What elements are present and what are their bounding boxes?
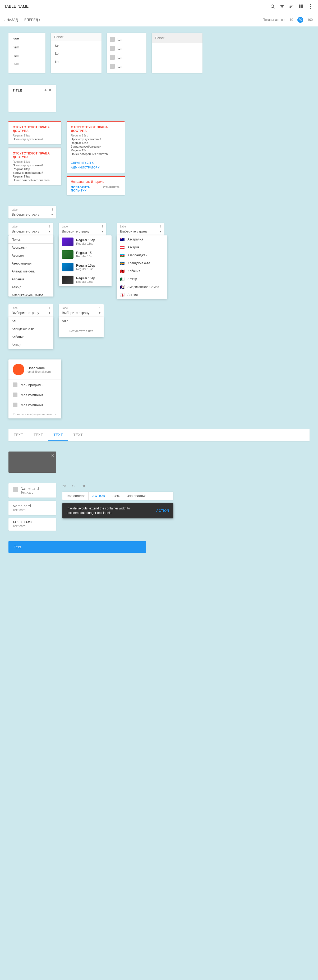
select-placeholder: Выберите страну bbox=[120, 229, 148, 233]
game-name: Regular 15sp bbox=[76, 264, 108, 267]
game-option[interactable]: Regular 15sp Regular 13sp bbox=[59, 261, 111, 274]
tab-2[interactable]: TEXT bbox=[48, 429, 68, 441]
flag-option[interactable]: 🇩🇿 Алжир bbox=[117, 275, 167, 283]
filtered-search-input[interactable] bbox=[12, 319, 50, 323]
more-icon[interactable] bbox=[307, 3, 314, 10]
retry-button[interactable]: ПОВТОРИТЬ ПОПЫТКУ bbox=[71, 186, 99, 192]
dropdown-option[interactable]: Азербайджан bbox=[8, 259, 53, 267]
list-item[interactable]: item bbox=[8, 51, 46, 59]
sort-icon[interactable] bbox=[288, 3, 295, 10]
cancel-button[interactable]: ОТМЕНИТЬ bbox=[103, 186, 121, 192]
dropdowns-row: Label ℹ Выберите страну ▾ Австралия Авст… bbox=[8, 223, 310, 299]
list-item[interactable]: item bbox=[8, 43, 46, 51]
basic-select-header[interactable]: Label ℹ Выберите страну ▾ bbox=[8, 223, 53, 235]
access-actions: ПОВТОРИТЬ ПОПЫТКУ ОТМЕНИТЬ bbox=[71, 186, 121, 192]
list-item[interactable]: item bbox=[107, 62, 146, 71]
expand-title: TITLE + ✕ bbox=[13, 88, 52, 93]
list-item[interactable]: item bbox=[51, 49, 102, 58]
close-icon[interactable]: ✕ bbox=[48, 88, 52, 93]
card-body: Name card Text card bbox=[21, 487, 38, 494]
select-value: Выберите страну ▾ bbox=[62, 311, 100, 315]
item-icon bbox=[110, 46, 115, 51]
dropdown-option[interactable]: Австралия bbox=[8, 243, 53, 251]
prev-button[interactable]: ‹ НАЗАД bbox=[4, 18, 18, 22]
list-item[interactable]: item bbox=[107, 44, 146, 53]
access-subtitle-2: Regular 13sp bbox=[13, 160, 57, 163]
user-email: email@email.com bbox=[27, 370, 51, 373]
list-item[interactable]: item bbox=[8, 35, 46, 43]
menu-item-label: Моя компания bbox=[21, 403, 44, 407]
list-item[interactable]: item bbox=[51, 41, 102, 49]
dropdown-option[interactable]: Аландские о-ва bbox=[8, 325, 53, 333]
flag-option[interactable]: 🇦🇹 Австрия bbox=[117, 243, 167, 251]
user-menu-item-company1[interactable]: Моя компания bbox=[8, 390, 61, 400]
list-item[interactable]: item bbox=[107, 53, 146, 62]
list-item[interactable]: item bbox=[107, 35, 146, 44]
profile-icon bbox=[13, 382, 17, 387]
list-search-input[interactable] bbox=[51, 33, 102, 41]
game-option[interactable]: Regular 15sp Regular 13sp bbox=[59, 235, 111, 248]
dropdown-option[interactable]: Американское Самоа bbox=[8, 291, 53, 296]
search-icon[interactable] bbox=[269, 3, 276, 10]
name-card-1: Name card Text card bbox=[8, 483, 56, 498]
card-body: Name card Text card bbox=[13, 504, 31, 512]
dropdown-option[interactable]: Албания bbox=[8, 333, 53, 341]
image-select-header[interactable]: Label ℹ Выберите страну ▾ bbox=[59, 223, 106, 235]
dropdown-option[interactable]: Алжир bbox=[8, 341, 53, 349]
info-icon: ℹ bbox=[49, 306, 50, 310]
filtered-select-header[interactable]: Label ℹ Выберите страну ▾ bbox=[8, 304, 53, 317]
game-name: Regular 15sp bbox=[76, 238, 108, 242]
card-icon bbox=[13, 487, 18, 492]
user-menu-item-company2[interactable]: Моя компания bbox=[8, 400, 61, 410]
dropdown-option[interactable]: Аландские о-ва bbox=[8, 267, 53, 275]
chip-action-button[interactable]: ACTION bbox=[89, 492, 109, 500]
list-item[interactable]: item bbox=[51, 58, 102, 66]
user-menu-item-profile[interactable]: Мой профиль bbox=[8, 380, 61, 390]
flag-option[interactable]: 🏴󠁧󠁢󠁥󠁮󠁧󠁿 Англия bbox=[117, 291, 167, 299]
svg-point-0 bbox=[271, 5, 274, 8]
game-option[interactable]: Regular 15sp Regular 13sp bbox=[59, 274, 111, 286]
filter-icon[interactable] bbox=[279, 3, 285, 10]
dropdown-option[interactable]: Австрия bbox=[8, 251, 53, 259]
list-item[interactable]: item bbox=[8, 59, 46, 68]
page-10[interactable]: 10 bbox=[289, 18, 294, 22]
expand-card: TITLE + ✕ bbox=[8, 84, 56, 112]
tab-1[interactable]: TEXT bbox=[28, 429, 48, 441]
flag-icon: 🇦🇿 bbox=[120, 253, 125, 257]
chip-num-1: 20 bbox=[62, 484, 65, 487]
page-100[interactable]: 100 bbox=[306, 18, 314, 22]
next-button[interactable]: ВПЕРЁД › bbox=[24, 18, 40, 22]
page-30[interactable]: 30 bbox=[297, 17, 303, 23]
admin-link[interactable]: ОБРАТИТЬСЯ К АДМИНИСТРАТОРУ bbox=[71, 161, 100, 169]
dropdown-search-input[interactable] bbox=[12, 238, 50, 242]
tabs-section: TEXT TEXT TEXT TEXT bbox=[0, 425, 318, 447]
game-sub: Regular 13sp bbox=[76, 242, 108, 245]
tabs-bar: TEXT TEXT TEXT TEXT bbox=[8, 429, 310, 441]
tab-3[interactable]: TEXT bbox=[68, 429, 88, 441]
flag-option[interactable]: 🇦🇿 Азербайджан bbox=[117, 251, 167, 259]
dropdown-option[interactable]: Алжир bbox=[8, 283, 53, 291]
select-value: Выберите страну ▾ bbox=[12, 212, 53, 216]
dropdown-option[interactable]: Албания bbox=[8, 275, 53, 283]
single-select[interactable]: Label ℹ Выберите страну ▾ bbox=[8, 206, 56, 218]
columns-icon[interactable] bbox=[298, 3, 304, 10]
add-icon[interactable]: + bbox=[45, 88, 47, 93]
tab-0[interactable]: TEXT bbox=[8, 429, 28, 441]
no-results-select-header[interactable]: Label ℹ Выберите страну ▾ bbox=[59, 304, 103, 317]
access-right-title: ОТСУТСТВУЮТ ПРАВА ДОСТУПА bbox=[71, 126, 121, 133]
flag-select-header[interactable]: Label ℹ Выберите страну ▾ bbox=[117, 223, 164, 235]
no-results-search-input[interactable] bbox=[62, 319, 100, 323]
game-option[interactable]: Regular 15p Regular 13sp bbox=[59, 248, 111, 261]
search-only-input[interactable] bbox=[152, 33, 202, 43]
flag-option[interactable]: 🇦🇺 Австралия bbox=[117, 235, 167, 243]
flag-option[interactable]: 🇦🇸 Американское Самоа bbox=[117, 283, 167, 291]
flag-option[interactable]: 🇦🇱 Албания bbox=[117, 267, 167, 275]
bottom-tab-button[interactable]: Text bbox=[8, 541, 146, 553]
modal-close-icon[interactable]: ✕ bbox=[51, 453, 54, 458]
snackbar-action-button[interactable]: ACTION bbox=[156, 509, 169, 512]
access-error-2: ОТСУТСТВУЮТ ПРАВА ДОСТУПА Regular 13sp П… bbox=[8, 148, 61, 185]
privacy-link[interactable]: Политика конфиденциальности bbox=[8, 410, 61, 418]
chip-bar: Text content ACTION 87% 3dp shadow bbox=[62, 492, 173, 500]
select-label: Label ℹ bbox=[12, 208, 53, 212]
flag-option[interactable]: 🇦🇽 Аландские о-ва bbox=[117, 259, 167, 267]
